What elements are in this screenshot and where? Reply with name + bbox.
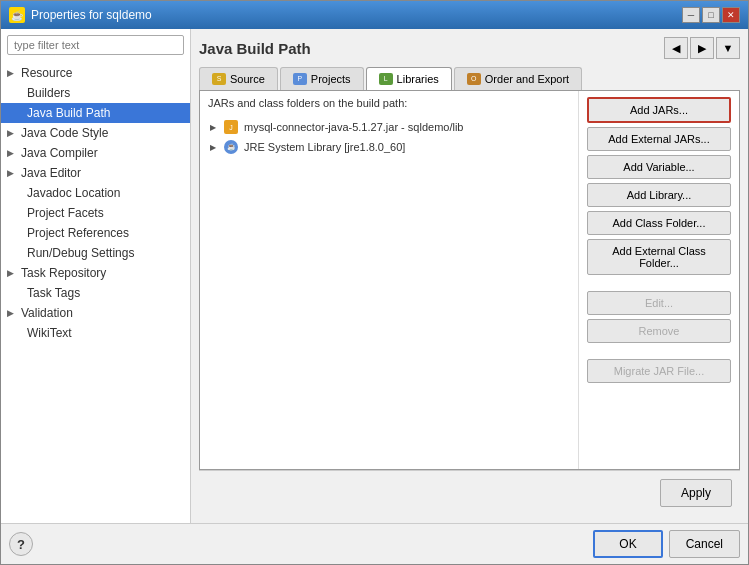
library-panel: JARs and class folders on the build path… bbox=[200, 91, 579, 469]
expand-arrow: ▶ bbox=[7, 148, 17, 158]
sidebar-item-label: Java Compiler bbox=[21, 146, 98, 160]
remove-button[interactable]: Remove bbox=[587, 319, 731, 343]
footer-buttons: OK Cancel bbox=[593, 530, 740, 558]
dialog-body: ▶ Resource Builders Java Build Path ▶ Ja… bbox=[1, 29, 748, 523]
sidebar-item-label: Java Code Style bbox=[21, 126, 108, 140]
jre-icon: ☕ bbox=[224, 140, 238, 154]
sidebar-item-resource[interactable]: ▶ Resource bbox=[1, 63, 190, 83]
sidebar-item-wikitext[interactable]: WikiText bbox=[1, 323, 190, 343]
apply-button[interactable]: Apply bbox=[660, 479, 732, 507]
tab-projects[interactable]: P Projects bbox=[280, 67, 364, 90]
sidebar-item-label: Task Repository bbox=[21, 266, 106, 280]
right-panel: Java Build Path ◀ ▶ ▼ S Source P Project… bbox=[191, 29, 748, 523]
tab-label: Order and Export bbox=[485, 73, 569, 85]
tab-label: Projects bbox=[311, 73, 351, 85]
sidebar-item-task-tags[interactable]: Task Tags bbox=[1, 283, 190, 303]
sidebar-item-label: Project References bbox=[27, 226, 129, 240]
button-spacer bbox=[587, 347, 731, 355]
add-jars-button[interactable]: Add JARs... bbox=[587, 97, 731, 123]
sidebar-item-label: Run/Debug Settings bbox=[27, 246, 134, 260]
help-button[interactable]: ? bbox=[9, 532, 33, 556]
tab-label: Source bbox=[230, 73, 265, 85]
sidebar-item-label: WikiText bbox=[27, 326, 72, 340]
add-external-jars-button[interactable]: Add External JARs... bbox=[587, 127, 731, 151]
add-variable-button[interactable]: Add Variable... bbox=[587, 155, 731, 179]
sidebar-item-task-repository[interactable]: ▶ Task Repository bbox=[1, 263, 190, 283]
sidebar-item-validation[interactable]: ▶ Validation bbox=[1, 303, 190, 323]
tab-bar: S Source P Projects L Libraries O Order … bbox=[199, 67, 740, 90]
expand-arrow: ▶ bbox=[7, 168, 17, 178]
forward-button[interactable]: ▶ bbox=[690, 37, 714, 59]
library-label: JRE System Library [jre1.8.0_60] bbox=[244, 141, 405, 153]
nav-dropdown-button[interactable]: ▼ bbox=[716, 37, 740, 59]
sidebar-item-java-build-path[interactable]: Java Build Path bbox=[1, 103, 190, 123]
close-button[interactable]: ✕ bbox=[722, 7, 740, 23]
add-library-button[interactable]: Add Library... bbox=[587, 183, 731, 207]
title-bar-left: ☕ Properties for sqldemo bbox=[9, 7, 152, 23]
expand-arrow: ▶ bbox=[7, 128, 17, 138]
sidebar-item-builders[interactable]: Builders bbox=[1, 83, 190, 103]
sidebar-item-label: Validation bbox=[21, 306, 73, 320]
sidebar-item-java-code-style[interactable]: ▶ Java Code Style bbox=[1, 123, 190, 143]
list-item[interactable]: ▶ ☕ JRE System Library [jre1.8.0_60] bbox=[200, 137, 578, 157]
back-button[interactable]: ◀ bbox=[664, 37, 688, 59]
edit-button[interactable]: Edit... bbox=[587, 291, 731, 315]
library-label: mysql-connector-java-5.1.27.jar - sqldem… bbox=[244, 121, 463, 133]
order-tab-icon: O bbox=[467, 73, 481, 85]
list-item[interactable]: ▶ J mysql-connector-java-5.1.27.jar - sq… bbox=[200, 117, 578, 137]
maximize-button[interactable]: □ bbox=[702, 7, 720, 23]
minimize-button[interactable]: ─ bbox=[682, 7, 700, 23]
title-bar: ☕ Properties for sqldemo ─ □ ✕ bbox=[1, 1, 748, 29]
expand-arrow: ▶ bbox=[7, 68, 17, 78]
panel-header: Java Build Path ◀ ▶ ▼ bbox=[199, 37, 740, 59]
button-spacer bbox=[587, 279, 731, 287]
app-icon: ☕ bbox=[9, 7, 25, 23]
add-external-class-folder-button[interactable]: Add External Class Folder... bbox=[587, 239, 731, 275]
ok-button[interactable]: OK bbox=[593, 530, 662, 558]
jar-icon: J bbox=[224, 120, 238, 134]
sidebar-item-label: Project Facets bbox=[27, 206, 104, 220]
cancel-button[interactable]: Cancel bbox=[669, 530, 740, 558]
sidebar-item-java-editor[interactable]: ▶ Java Editor bbox=[1, 163, 190, 183]
sidebar-item-project-references[interactable]: Project References bbox=[1, 223, 190, 243]
tab-libraries[interactable]: L Libraries bbox=[366, 67, 452, 90]
tab-label: Libraries bbox=[397, 73, 439, 85]
add-class-folder-button[interactable]: Add Class Folder... bbox=[587, 211, 731, 235]
sidebar-item-javadoc-location[interactable]: Javadoc Location bbox=[1, 183, 190, 203]
expand-arrow: ▶ bbox=[7, 268, 17, 278]
panel-title: Java Build Path bbox=[199, 40, 311, 57]
content-description: JARs and class folders on the build path… bbox=[200, 91, 578, 113]
expand-arrow: ▶ bbox=[210, 123, 218, 132]
tree-list: ▶ Resource Builders Java Build Path ▶ Ja… bbox=[1, 61, 190, 523]
dialog: ☕ Properties for sqldemo ─ □ ✕ ▶ Resourc… bbox=[0, 0, 749, 565]
tab-order-and-export[interactable]: O Order and Export bbox=[454, 67, 582, 90]
sidebar-item-java-compiler[interactable]: ▶ Java Compiler bbox=[1, 143, 190, 163]
sidebar-item-label: Resource bbox=[21, 66, 72, 80]
apply-area: Apply bbox=[199, 470, 740, 515]
library-list: ▶ J mysql-connector-java-5.1.27.jar - sq… bbox=[200, 113, 578, 469]
window-controls: ─ □ ✕ bbox=[682, 7, 740, 23]
sidebar-item-run-debug-settings[interactable]: Run/Debug Settings bbox=[1, 243, 190, 263]
sidebar-item-label: Java Editor bbox=[21, 166, 81, 180]
sidebar-item-label: Builders bbox=[27, 86, 70, 100]
action-buttons: Add JARs... Add External JARs... Add Var… bbox=[579, 91, 739, 469]
expand-arrow: ▶ bbox=[7, 308, 17, 318]
libraries-tab-icon: L bbox=[379, 73, 393, 85]
content-area: JARs and class folders on the build path… bbox=[199, 90, 740, 470]
dialog-footer: ? OK Cancel bbox=[1, 523, 748, 564]
tab-source[interactable]: S Source bbox=[199, 67, 278, 90]
expand-arrow: ▶ bbox=[210, 143, 218, 152]
left-panel: ▶ Resource Builders Java Build Path ▶ Ja… bbox=[1, 29, 191, 523]
sidebar-item-project-facets[interactable]: Project Facets bbox=[1, 203, 190, 223]
sidebar-item-label: Java Build Path bbox=[27, 106, 110, 120]
migrate-jar-button[interactable]: Migrate JAR File... bbox=[587, 359, 731, 383]
dialog-title: Properties for sqldemo bbox=[31, 8, 152, 22]
nav-buttons: ◀ ▶ ▼ bbox=[664, 37, 740, 59]
source-tab-icon: S bbox=[212, 73, 226, 85]
sidebar-item-label: Task Tags bbox=[27, 286, 80, 300]
filter-input[interactable] bbox=[7, 35, 184, 55]
sidebar-item-label: Javadoc Location bbox=[27, 186, 120, 200]
projects-tab-icon: P bbox=[293, 73, 307, 85]
